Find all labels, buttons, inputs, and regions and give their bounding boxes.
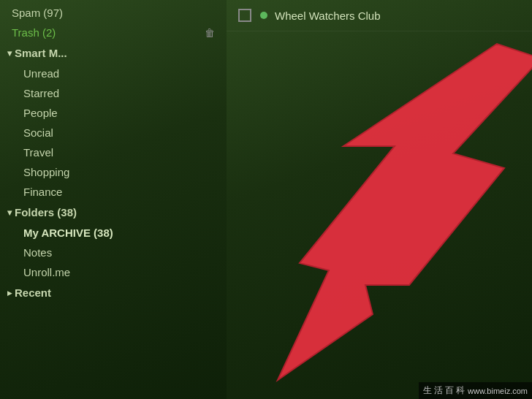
folders-section[interactable]: ▾ Folders (38) <box>0 202 227 223</box>
sidebar-item-people[interactable]: People <box>0 103 227 123</box>
svg-marker-0 <box>278 44 532 380</box>
people-label: People <box>23 107 58 119</box>
watermark-text: 生 活 百 科 <box>423 384 465 397</box>
watermark: 生 活 百 科 www.bimeiz.com <box>419 382 532 399</box>
travel-label: Travel <box>23 146 53 159</box>
spam-label: Spam (97) <box>12 7 63 19</box>
watermark-url: www.bimeiz.com <box>468 387 528 395</box>
email-subject[interactable]: Wheel Watchers Club <box>275 10 381 22</box>
sidebar-item-unroll[interactable]: Unroll.me <box>0 262 227 282</box>
sidebar-item-travel[interactable]: Travel <box>0 142 227 162</box>
folders-label: Folders (38) <box>15 206 77 218</box>
email-checkbox[interactable] <box>238 9 251 22</box>
recent-label: Recent <box>15 286 51 299</box>
sidebar-item-notes[interactable]: Notes <box>0 243 227 262</box>
unread-label: Unread <box>23 67 59 80</box>
trash-label: Trash (2) <box>12 26 56 39</box>
trash-delete-icon[interactable]: 🗑 <box>205 27 215 39</box>
main-content: Wheel Watchers Club 生 活 百 科 www.bimeiz.c… <box>227 0 532 399</box>
arrow-overlay <box>227 0 532 399</box>
email-row[interactable]: Wheel Watchers Club <box>227 0 532 31</box>
sidebar-item-unread[interactable]: Unread <box>0 64 227 83</box>
chevron-down-icon: ▾ <box>7 48 12 58</box>
notes-label: Notes <box>23 246 52 259</box>
sidebar-item-trash[interactable]: Trash (2) 🗑 <box>0 23 227 42</box>
shopping-label: Shopping <box>23 166 69 178</box>
sidebar-item-shopping[interactable]: Shopping <box>0 162 227 182</box>
sidebar-item-my-archive[interactable]: My ARCHIVE (38) <box>0 223 227 243</box>
finance-label: Finance <box>23 186 62 198</box>
sidebar-item-starred[interactable]: Starred <box>0 83 227 103</box>
sidebar-item-social[interactable]: Social <box>0 123 227 142</box>
chevron-right-icon-recent: ▸ <box>7 288 12 298</box>
sidebar-item-spam[interactable]: Spam (97) <box>0 3 227 23</box>
chevron-down-icon-folders: ▾ <box>7 208 12 218</box>
recent-section[interactable]: ▸ Recent <box>0 282 227 303</box>
sidebar-item-finance[interactable]: Finance <box>0 182 227 202</box>
sidebar: Spam (97) Trash (2) 🗑 ▾ Smart M... Unrea… <box>0 0 227 399</box>
unroll-label: Unroll.me <box>23 266 70 278</box>
smart-label: Smart M... <box>15 47 67 59</box>
social-label: Social <box>23 126 53 139</box>
starred-label: Starred <box>23 87 59 99</box>
online-status-dot <box>260 12 267 19</box>
my-archive-label: My ARCHIVE (38) <box>23 227 113 239</box>
smart-mailbox-section[interactable]: ▾ Smart M... <box>0 42 227 64</box>
